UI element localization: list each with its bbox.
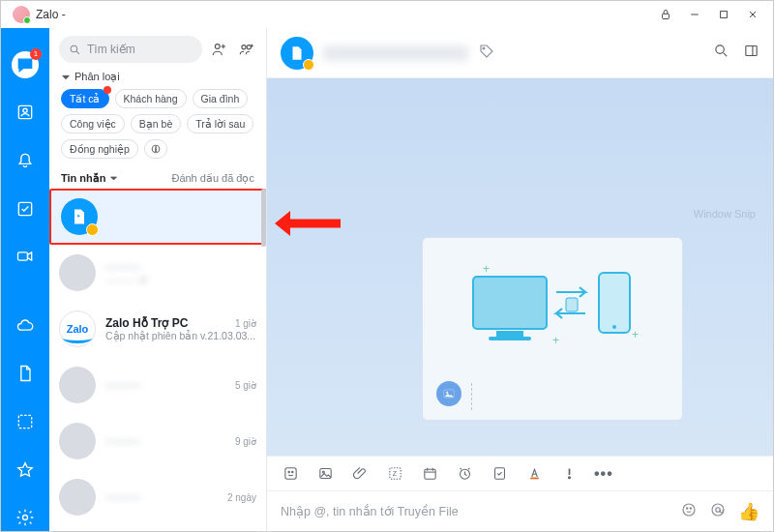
conversation-item[interactable]: ———9 giờ (49, 413, 266, 469)
svg-point-22 (483, 47, 485, 49)
filters-toggle[interactable]: Phân loại (61, 71, 254, 83)
search-icon (69, 44, 81, 56)
conversation-item[interactable] (49, 189, 266, 245)
reminder-icon[interactable] (420, 464, 439, 484)
nav-settings[interactable] (12, 504, 39, 531)
svg-point-23 (716, 45, 725, 54)
avatar-icon (59, 254, 96, 291)
maximize-button[interactable] (709, 3, 738, 26)
nav-notifications[interactable] (12, 147, 39, 174)
close-button[interactable] (738, 3, 767, 26)
conversation-list: —————— út Zalo Zalo Hỗ Trợ PC1 giờCập nh… (49, 189, 266, 531)
search-input[interactable]: Tìm kiếm (59, 36, 202, 63)
input-toolbar: Z ••• (267, 456, 773, 490)
mention-icon[interactable] (709, 501, 727, 522)
chip-work[interactable]: Công việc (61, 114, 125, 133)
nav-cloud[interactable] (12, 312, 39, 340)
chip-family[interactable]: Gia đình (193, 89, 249, 108)
svg-point-31 (612, 325, 616, 329)
message-input[interactable]: Nhập @, tin nhắn tới Truyền File (281, 504, 669, 518)
alarm-icon[interactable] (455, 464, 474, 484)
font-color-icon[interactable] (524, 464, 544, 484)
svg-point-37 (446, 392, 448, 394)
more-icon[interactable]: ••• (594, 465, 613, 483)
svg-rect-32 (566, 298, 578, 311)
svg-point-54 (568, 477, 570, 479)
svg-point-55 (683, 504, 695, 516)
task-icon[interactable] (490, 464, 509, 484)
add-friend-icon[interactable] (210, 40, 229, 59)
app-title: Zalo - (36, 8, 66, 21)
filters-section: Phân loại Tất cả Khách hàng Gia đình Côn… (49, 71, 266, 166)
svg-rect-45 (424, 469, 434, 479)
attach-icon[interactable] (350, 464, 370, 484)
search-chat-icon[interactable] (713, 43, 729, 63)
svg-point-13 (215, 44, 220, 49)
svg-point-21 (155, 151, 156, 152)
sticker-icon[interactable] (281, 464, 300, 484)
create-group-icon[interactable] (237, 40, 256, 59)
scrollbar[interactable] (261, 189, 266, 247)
chip-colleagues[interactable]: Đồng nghiệp (61, 139, 138, 159)
chevron-down-icon (109, 174, 118, 183)
minimize-button[interactable] (680, 3, 709, 26)
svg-rect-25 (746, 46, 757, 56)
chip-all[interactable]: Tất cả (61, 89, 109, 108)
nav-chat[interactable]: 1 (12, 51, 39, 78)
svg-text:+: + (483, 262, 490, 276)
nav-todo[interactable] (12, 195, 39, 222)
conversation-item[interactable]: ———5 giờ (49, 357, 266, 413)
chat-header (267, 28, 773, 78)
avatar-icon (59, 423, 96, 459)
titlebar: Zalo - (1, 1, 773, 28)
chat-body: Window Snip + + (267, 78, 773, 456)
image-attach-icon[interactable] (315, 464, 335, 484)
text-format-icon[interactable]: Z (385, 464, 404, 484)
svg-rect-9 (18, 415, 31, 428)
svg-point-58 (712, 504, 724, 516)
chip-friends[interactable]: Bạn bè (131, 114, 181, 133)
messages-heading[interactable]: Tin nhắn (61, 172, 118, 185)
app-window: Zalo - 1 (0, 0, 774, 532)
emoji-icon[interactable] (680, 501, 698, 522)
svg-rect-8 (18, 252, 28, 260)
nav-video[interactable] (12, 243, 39, 270)
chip-customers[interactable]: Khách hàng (115, 89, 187, 108)
conversation-item[interactable]: —————— út (49, 245, 266, 301)
chip-add-filter[interactable] (144, 139, 167, 159)
chat-title (323, 45, 468, 61)
transfer-illustration-card: + + + (422, 237, 683, 421)
thumbs-up-icon[interactable]: 👍 (738, 501, 759, 522)
svg-point-17 (247, 45, 251, 49)
nav-files[interactable] (12, 361, 39, 388)
tag-icon[interactable] (478, 43, 495, 64)
lock-icon[interactable] (651, 3, 680, 26)
split-panel-icon[interactable] (743, 43, 759, 63)
file-transfer-icon (61, 198, 98, 235)
svg-text:Z: Z (392, 470, 397, 478)
chat-avatar[interactable] (281, 37, 313, 70)
chip-reply-later[interactable]: Trả lời sau (187, 114, 253, 133)
chat-area: Window Snip + + (267, 28, 773, 531)
priority-icon[interactable] (559, 464, 579, 484)
watermark-text: Window Snip (694, 208, 756, 220)
svg-rect-28 (496, 331, 523, 337)
nav-contacts[interactable] (12, 100, 39, 127)
mark-all-read[interactable]: Đánh dấu đã đọc (171, 172, 254, 185)
conversation-item[interactable]: Zalo Zalo Hỗ Trợ PC1 giờCập nhật phiên b… (49, 301, 266, 357)
svg-point-10 (23, 516, 28, 520)
nav-star[interactable] (12, 457, 39, 484)
nav-capture[interactable] (12, 408, 39, 435)
image-icon[interactable] (436, 381, 461, 406)
svg-line-12 (76, 51, 79, 54)
conversation-panel: Tìm kiếm Phân loại Tất cả Khách hàng Gia… (49, 28, 267, 531)
svg-text:+: + (552, 334, 559, 347)
svg-rect-38 (284, 468, 295, 479)
input-row: Nhập @, tin nhắn tới Truyền File 👍 (267, 490, 773, 531)
svg-text:+: + (632, 328, 639, 341)
user-avatar-small[interactable] (13, 6, 30, 23)
chat-input-area: Z ••• Nhập @, tin nhắn tới Truyền File 👍 (267, 456, 773, 531)
chevron-down-icon (61, 73, 71, 82)
conversation-item[interactable]: ———2 ngày (49, 469, 266, 525)
transfer-illustration: + + + (456, 255, 649, 362)
